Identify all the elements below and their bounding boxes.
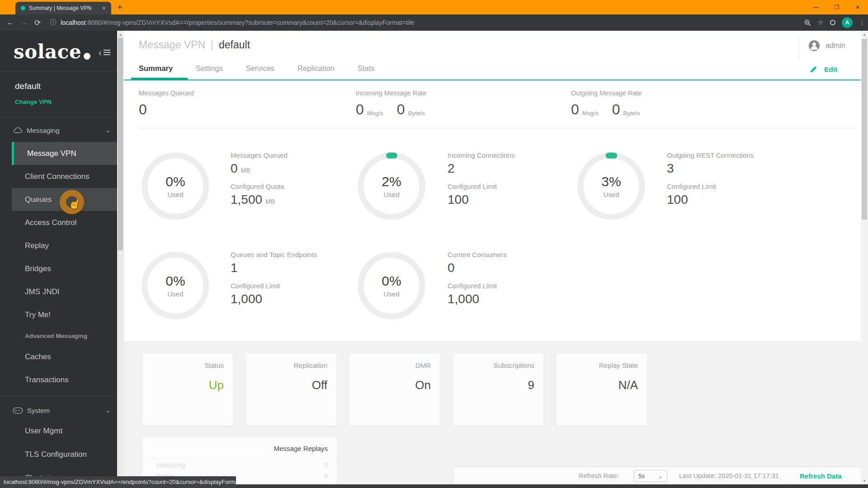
sidebar-item-replay[interactable]: Replay	[0, 234, 117, 257]
stat-value: 1,000	[448, 293, 479, 305]
stat-value: 0	[231, 162, 238, 175]
browser-profile-avatar[interactable]: A	[842, 17, 853, 28]
replay-row-value: 0	[324, 461, 328, 469]
tab-close-icon[interactable]: ×	[100, 4, 108, 12]
sidebar-item-transactions[interactable]: Transactions	[0, 368, 117, 391]
stat-unit: MB	[241, 167, 250, 174]
sidebar-item-client-connections[interactable]: Client Connections	[0, 165, 117, 188]
tab-replication[interactable]: Replication	[297, 64, 335, 79]
chevron-down-icon: ⌄	[105, 406, 111, 414]
main-scrollbar-thumb[interactable]	[862, 39, 867, 220]
current-vpn-name: default	[15, 81, 41, 91]
stat-value: 1	[231, 262, 238, 274]
scroll-down-icon[interactable]: ▼	[861, 477, 868, 484]
messaging-section-label: Messaging	[27, 127, 60, 134]
sidebar-item-caches[interactable]: Caches	[0, 345, 117, 368]
gauge-percent: 0%	[165, 273, 185, 289]
stat-value: 100	[448, 193, 469, 206]
replay-row-initializing: Initializing 0	[142, 458, 337, 469]
main-content: Message VPN | default admin Summary Sett…	[124, 31, 861, 488]
sidebar-item-message-vpn[interactable]: Message VPN	[12, 142, 117, 165]
page-info-icon[interactable]: ⓘ	[50, 19, 56, 27]
scroll-up-icon[interactable]: ▲	[861, 31, 868, 38]
metric-outgoing-rate: Outgoing Message Rate 0Msg/s 0Byte/s	[571, 89, 642, 117]
advanced-messaging-header: Advanced Messaging	[25, 333, 87, 339]
reload-icon[interactable]: ⟳	[34, 18, 41, 28]
sidebar-item-jms-jndi[interactable]: JMS JNDI	[0, 280, 117, 303]
sidebar-item-try-me[interactable]: Try Me!	[0, 303, 117, 326]
change-vpn-link[interactable]: Change VPN	[15, 99, 52, 105]
stat-value: 2	[448, 162, 455, 175]
gauge-percent: 0%	[382, 273, 401, 289]
zoom-icon[interactable]	[804, 19, 811, 27]
gauge-percent: 2%	[382, 174, 401, 189]
user-box[interactable]: admin	[808, 40, 845, 52]
solace-logo-text: solace	[14, 41, 81, 63]
gauge-used-label: Used	[167, 290, 183, 298]
scroll-up-icon[interactable]: ▲	[117, 31, 124, 38]
sidebar-item-bridges[interactable]: Bridges	[0, 257, 117, 280]
tab-summary[interactable]: Summary	[139, 64, 173, 79]
gauge-endpoints: 0%Used	[137, 247, 214, 324]
gauge-message-spool: 0%Used	[137, 148, 214, 225]
stat-value: 3	[667, 162, 674, 175]
tile-status: Status Up	[142, 353, 233, 426]
window-controls: — ❐ ✕	[806, 0, 868, 14]
metric-label: Messages Queued	[139, 89, 194, 97]
back-icon[interactable]: ←	[6, 18, 14, 27]
edit-label: Edit	[824, 66, 837, 74]
tab-services[interactable]: Services	[246, 64, 274, 79]
tile-value: Off	[255, 378, 327, 392]
stat-label: Outgoing REST Connections	[667, 151, 816, 159]
gauge-used-label: Used	[383, 290, 399, 298]
chrome-menu-icon[interactable]: ⋮	[859, 19, 865, 26]
bookmark-star-icon[interactable]: ☆	[818, 19, 824, 27]
stat-unit: MB	[265, 198, 275, 205]
tab-settings[interactable]: Settings	[196, 64, 223, 79]
minimize-button[interactable]: —	[806, 0, 826, 14]
refresh-data-button[interactable]: Refresh Data	[800, 472, 842, 480]
tile-replication: Replication Off	[246, 353, 336, 426]
sidebar-item-user-mgmt[interactable]: User Mgmt	[0, 419, 117, 442]
metric-value: 0	[397, 102, 405, 117]
tile-value: 9	[462, 378, 534, 392]
tab-stats[interactable]: Stats	[358, 64, 375, 79]
solace-logo-dot	[84, 53, 90, 60]
metrics-divider	[139, 128, 854, 128]
sidebar-section-messaging[interactable]: Messaging ⌄	[0, 123, 117, 137]
tile-replay-state: Replay State N/A	[557, 353, 647, 426]
forward-icon[interactable]: →	[20, 18, 28, 27]
screen: Summary | Message VPN × + — ❐ ✕ ← → ⟳ ⓘ …	[0, 0, 868, 488]
refresh-rate-select[interactable]: 5s ⌄	[634, 470, 667, 482]
edit-button[interactable]: Edit	[809, 65, 837, 74]
close-button[interactable]: ✕	[847, 0, 868, 14]
extension-circle-icon[interactable]	[830, 20, 835, 25]
tile-value: On	[359, 378, 431, 392]
browser-titlebar: Summary | Message VPN × + — ❐ ✕	[0, 0, 868, 14]
sidebar-section-system[interactable]: System ⌄	[0, 404, 117, 417]
gauge-percent: 3%	[601, 174, 621, 189]
metric-messages-queued: Messages Queued 0	[139, 89, 194, 117]
metric-unit: Msg/s	[582, 110, 599, 117]
breadcrumb-separator: |	[211, 39, 213, 51]
main-scrollbar[interactable]: ▲ ▼	[861, 31, 868, 484]
gauge-info-consumers: Current Consumers 0 Configured Limit 1,0…	[448, 251, 597, 313]
sidebar-divider	[0, 395, 117, 396]
stat-value: 100	[667, 193, 688, 206]
address-bar[interactable]: localhost:8080/#/msg-vpns/ZGVmYXVsdA==/p…	[61, 19, 436, 26]
pencil-icon	[809, 65, 818, 74]
gauge-used-label: Used	[603, 191, 619, 198]
metric-value: 0	[356, 102, 364, 117]
tile-value: N/A	[566, 378, 638, 392]
sidebar-scrollbar[interactable]: ▲	[117, 31, 124, 488]
tab-bar: Summary Settings Services Replication St…	[139, 64, 374, 79]
gauge-incoming-connections: 2%Used	[353, 148, 430, 225]
sidebar-item-access-control[interactable]: Access Control	[0, 211, 117, 234]
sidebar-scrollbar-thumb[interactable]	[118, 38, 123, 250]
new-tab-button[interactable]: +	[118, 3, 122, 12]
browser-tab[interactable]: Summary | Message VPN ×	[15, 2, 111, 14]
tile-label: Subscriptions	[462, 361, 534, 369]
maximize-button[interactable]: ❐	[826, 0, 847, 14]
sidebar-item-tls-configuration[interactable]: TLS Configuration	[0, 443, 117, 466]
sidebar-collapse-icon[interactable]: ‹	[99, 48, 110, 57]
